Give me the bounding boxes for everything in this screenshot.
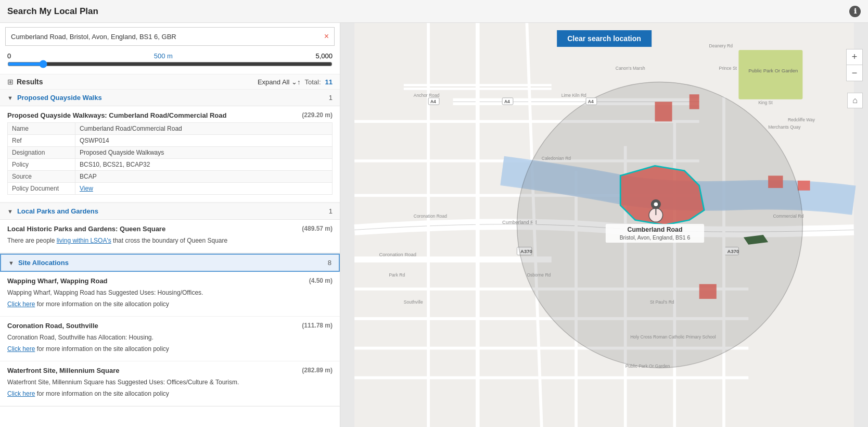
table-row: Ref QSWP014 — [8, 135, 333, 147]
results-bar: ⊞ Results Expand All ⌄↑ Total: 11 — [0, 74, 340, 90]
svg-text:Osborne Rd: Osborne Rd — [527, 272, 551, 278]
table-row: Source BCAP — [8, 171, 333, 183]
map-svg: Cumberland Rd A370 A370 Coronation Road — [340, 23, 868, 427]
svg-text:A4: A4 — [504, 99, 510, 104]
svg-text:Merchants Quay: Merchants Quay — [768, 124, 801, 130]
results-left: ⊞ Results — [7, 78, 43, 86]
table-row: Policy Document View — [8, 183, 333, 195]
list-item: Local Historic Parks and Gardens: Queen … — [0, 220, 340, 253]
result-title: Wapping Wharf, Wapping Road (4.50 m) — [7, 277, 333, 285]
home-button[interactable]: ⌂ — [847, 93, 863, 108]
chevron-icon: ▼ — [8, 260, 14, 266]
svg-point-38 — [654, 202, 658, 206]
svg-rect-27 — [738, 50, 802, 99]
zoom-out-button[interactable]: − — [847, 65, 862, 81]
svg-text:King St: King St — [758, 100, 773, 105]
section-site-allocations: ▼ Site Allocations 8 Wapping Wharf, Wapp… — [0, 254, 340, 407]
section-proposed-quayside-walks: ▼ Proposed Quayside Walks 1 Proposed Qua… — [0, 90, 340, 203]
svg-text:Holy Cross Roman Catholic Prim: Holy Cross Roman Catholic Primary School — [630, 334, 716, 340]
chevron-icon: ▼ — [7, 95, 13, 101]
svg-text:Public Park Or Garden: Public Park Or Garden — [626, 363, 670, 369]
map-zoom-controls: + − — [846, 49, 863, 81]
result-title: Waterfront Site, Millennium Square (282.… — [7, 367, 333, 374]
slider-label-row: 0 500 m 5,000 — [7, 52, 333, 60]
app-container: Search My Local Plan ℹ × 0 500 m 5,000 — [0, 0, 868, 427]
lsoa-link[interactable]: living within LSOA's — [57, 237, 111, 244]
properties-table: Name Cumberland Road/Commercial Road Ref… — [7, 122, 333, 195]
expand-all-button[interactable]: Expand All ⌄↑ — [258, 78, 301, 86]
section-title: Site Allocations — [18, 259, 69, 267]
chevron-icon: ▼ — [7, 208, 13, 215]
item-link-line: Click here for more information on the s… — [7, 344, 333, 354]
results-total-count: 11 — [325, 78, 333, 86]
svg-text:Bristol, Avon, England, BS1 6: Bristol, Avon, England, BS1 6 — [620, 235, 691, 241]
section-header-site-allocations[interactable]: ▼ Site Allocations 8 — [0, 254, 340, 272]
list-item: Proposed Quayside Walkways: Cumberland R… — [0, 106, 340, 203]
svg-text:Canon's Marsh: Canon's Marsh — [616, 66, 645, 71]
table-row: Name Cumberland Road/Commercial Road — [8, 123, 333, 135]
page-title: Search My Local Plan — [7, 6, 98, 17]
svg-text:Commercial Rd: Commercial Rd — [773, 214, 804, 219]
list-item: Wapping Wharf, Wapping Road (4.50 m) Wap… — [0, 272, 340, 317]
map-area: Clear search location + − ⌂ — [340, 23, 868, 427]
svg-text:Deanery Rd: Deanery Rd — [709, 43, 733, 48]
item-description: Waterfront Site, Millennium Square has S… — [7, 378, 333, 387]
info-icon[interactable]: ℹ — [849, 6, 861, 17]
slider-max-label: 5,000 — [315, 52, 333, 60]
svg-text:A4: A4 — [588, 99, 594, 104]
search-bar: × — [5, 27, 335, 46]
svg-text:Park Rd: Park Rd — [389, 272, 405, 278]
item-link-line: Click here for more information on the s… — [7, 389, 333, 398]
results-label: Results — [17, 78, 43, 86]
distance-slider[interactable] — [7, 60, 333, 68]
svg-text:St Paul's Rd: St Paul's Rd — [650, 299, 674, 305]
svg-text:Redcliffe Way: Redcliffe Way — [788, 117, 815, 122]
results-total-label: Total: — [304, 78, 321, 86]
table-icon: ⊞ — [7, 78, 14, 86]
zoom-in-button[interactable]: + — [847, 49, 862, 65]
svg-text:A4: A4 — [430, 99, 436, 104]
item-description: Coronation Road, Southville has Allocati… — [7, 333, 333, 342]
section-title: Proposed Quayside Walks — [17, 94, 102, 102]
section-count: 1 — [329, 207, 333, 215]
section-header-proposed-quayside-walks[interactable]: ▼ Proposed Quayside Walks 1 — [0, 90, 340, 106]
result-title: Coronation Road, Southville (111.78 m) — [7, 322, 333, 330]
click-here-link[interactable]: Click here — [7, 300, 35, 308]
slider-min-label: 0 — [7, 52, 11, 60]
section-count: 8 — [328, 259, 331, 267]
item-description: Wapping Wharf, Wapping Road has Suggeste… — [7, 288, 333, 297]
list-item: Coronation Road, Southville (111.78 m) C… — [0, 317, 340, 361]
click-here-link[interactable]: Click here — [7, 345, 35, 353]
section-header-local-parks[interactable]: ▼ Local Parks and Gardens 1 — [0, 203, 340, 220]
table-row: Designation Proposed Quayside Walkways — [8, 147, 333, 159]
table-row: Policy BCS10, BCS21, BCAP32 — [8, 159, 333, 171]
left-panel: × 0 500 m 5,000 ⊞ Results Exp — [0, 23, 340, 427]
svg-text:Cumberland Road: Cumberland Road — [628, 226, 683, 233]
svg-text:Anchor Road: Anchor Road — [414, 93, 440, 98]
svg-text:Prince St: Prince St — [719, 66, 737, 71]
result-title: Proposed Quayside Walkways: Cumberland R… — [7, 111, 333, 119]
search-input[interactable] — [11, 33, 321, 41]
svg-rect-32 — [798, 181, 810, 191]
slider-current-label: 500 m — [154, 52, 173, 60]
list-item: Waterfront Site, Millennium Square (282.… — [0, 361, 340, 406]
section-title: Local Parks and Gardens — [17, 207, 98, 215]
svg-text:Caledonian Rd: Caledonian Rd — [542, 156, 571, 161]
item-link-line: Click here for more information on the s… — [7, 299, 333, 309]
svg-text:Southville: Southville — [404, 299, 423, 305]
main-layout: × 0 500 m 5,000 ⊞ Results Exp — [0, 23, 868, 427]
search-clear-button[interactable]: × — [321, 32, 329, 41]
results-right: Expand All ⌄↑ Total: 11 — [258, 78, 333, 86]
section-local-parks: ▼ Local Parks and Gardens 1 Local Histor… — [0, 203, 340, 254]
svg-text:Coronation Road: Coronation Road — [414, 214, 448, 219]
svg-text:Public Park Or Garden: Public Park Or Garden — [748, 68, 798, 73]
results-list: ▼ Proposed Quayside Walks 1 Proposed Qua… — [0, 90, 340, 427]
view-link[interactable]: View — [80, 185, 93, 192]
header: Search My Local Plan ℹ — [0, 0, 868, 23]
item-description: There are people living within LSOA's th… — [7, 236, 333, 245]
clear-search-button[interactable]: Clear search location — [557, 30, 652, 47]
svg-text:Lime Kiln Rd: Lime Kiln Rd — [561, 93, 586, 98]
slider-section: 0 500 m 5,000 — [0, 50, 340, 74]
click-here-link[interactable]: Click here — [7, 390, 35, 397]
svg-text:Coronation Road: Coronation Road — [379, 252, 416, 257]
